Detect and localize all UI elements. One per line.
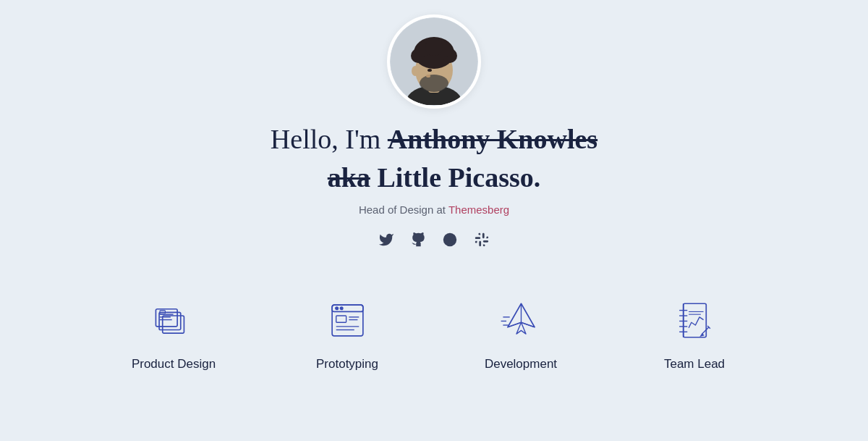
product-design-icon bbox=[148, 295, 199, 345]
svg-marker-49 bbox=[700, 334, 703, 336]
headline-line1: Hello, I'm Anthony Knowles bbox=[271, 122, 597, 157]
svg-point-10 bbox=[425, 38, 443, 56]
slack-icon[interactable] bbox=[474, 232, 490, 251]
svg-line-48 bbox=[702, 327, 708, 334]
svg-point-29 bbox=[335, 307, 338, 310]
avatar bbox=[387, 14, 481, 109]
social-icons-group bbox=[378, 232, 490, 251]
skill-prototyping: Prototyping bbox=[260, 295, 434, 371]
team-lead-icon bbox=[669, 295, 720, 345]
svg-point-13 bbox=[426, 75, 430, 77]
svg-point-30 bbox=[340, 307, 343, 310]
svg-point-12 bbox=[427, 69, 432, 72]
svg-point-14 bbox=[443, 233, 456, 246]
skill-development-label: Development bbox=[485, 357, 557, 371]
development-icon bbox=[495, 295, 546, 345]
prototyping-icon bbox=[322, 295, 373, 345]
skill-product-design: Product Design bbox=[87, 295, 260, 371]
subheading: Head of Design at Themesberg bbox=[359, 203, 509, 216]
github-icon[interactable] bbox=[410, 232, 426, 251]
skill-team-lead: Team Lead bbox=[608, 295, 781, 371]
headline-line2: aka Little Picasso. bbox=[328, 161, 541, 193]
dribbble-icon[interactable] bbox=[442, 232, 458, 251]
svg-rect-24 bbox=[336, 316, 346, 322]
skill-development: Development bbox=[434, 295, 608, 371]
skill-prototyping-label: Prototyping bbox=[316, 357, 378, 371]
twitter-icon[interactable] bbox=[378, 232, 394, 251]
skill-team-lead-label: Team Lead bbox=[664, 357, 725, 371]
skills-section: Product Design Prototyping bbox=[0, 295, 868, 371]
svg-point-4 bbox=[420, 75, 448, 92]
svg-point-11 bbox=[412, 66, 419, 76]
skill-product-design-label: Product Design bbox=[132, 357, 216, 371]
